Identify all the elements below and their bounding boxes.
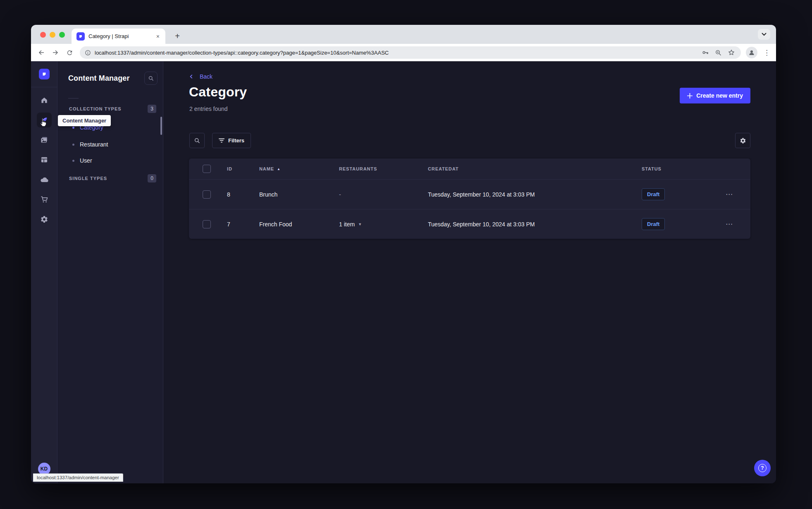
tab-search-chevron-icon[interactable] [758,29,770,40]
filters-button[interactable]: Filters [212,133,251,148]
content-type-builder-icon[interactable] [37,152,52,167]
cell-name: Brunch [259,191,339,198]
create-new-entry-button[interactable]: Create new entry [680,88,750,103]
collection-types-section: COLLECTION TYPES 3 [69,105,156,113]
row-actions-menu-icon[interactable]: ⋯ [722,220,750,228]
back-nav-icon[interactable] [35,46,48,59]
panel-title: Content Manager [68,74,130,83]
back-link[interactable]: Back [189,73,213,80]
browser-toolbar: localhost:1337/admin/content-manager/col… [31,44,776,61]
browser-profile-avatar[interactable] [746,47,757,58]
browser-menu-icon[interactable]: ⋮ [763,48,770,57]
tab-title: Category | Strapi [88,33,151,39]
header-id[interactable]: ID [227,166,259,171]
zoom-page-icon[interactable] [715,49,722,56]
password-key-icon[interactable] [702,49,709,56]
bookmark-star-icon[interactable] [728,49,735,56]
forward-nav-icon[interactable] [49,46,62,59]
browser-tab[interactable]: Category | Strapi × [72,29,165,44]
single-types-section: SINGLE TYPES 0 [69,174,156,182]
help-button[interactable]: ? [754,460,771,476]
strapi-favicon-icon [76,32,85,41]
back-arrow-icon [189,74,196,79]
row-checkbox[interactable] [203,220,211,228]
reload-icon[interactable] [63,46,76,59]
url-text[interactable]: localhost:1337/admin/content-manager/col… [95,50,698,56]
media-library-icon[interactable] [37,132,52,147]
list-actions-row: Filters [189,133,750,148]
table-row[interactable]: 8 Brunch - Tuesday, September 10, 2024 a… [189,179,750,209]
chevron-down-icon: ▼ [358,222,362,226]
header-status[interactable]: STATUS [642,166,722,171]
status-badge: Draft [642,218,665,230]
window-controls [40,32,65,38]
collection-types-label: COLLECTION TYPES [69,106,122,111]
content-manager-panel: Content Manager COLLECTION TYPES 3 Categ… [57,61,163,483]
strapi-app: KD Content Manager COLLECTION TYPES 3 Ca… [31,61,776,483]
plus-icon [687,93,693,98]
status-badge: Draft [642,188,665,200]
sidebar-item-restaurant[interactable]: Restaurant [72,139,108,150]
search-entries-button[interactable] [189,133,205,148]
cell-restaurants: - [339,191,428,198]
entries-table: ID NAME▲ RESTAURANTS CREATEDAT STATUS 8 … [189,158,750,239]
new-tab-button[interactable]: + [172,30,183,42]
deploy-cloud-icon[interactable] [37,172,52,187]
browser-window: Category | Strapi × + localhost:1337/adm… [31,25,776,483]
row-checkbox[interactable] [203,190,211,199]
panel-search-button[interactable] [144,72,158,85]
header-name[interactable]: NAME▲ [259,166,339,171]
marketplace-cart-icon[interactable] [37,192,52,207]
view-settings-button[interactable] [735,133,750,148]
strapi-logo-icon[interactable] [39,69,50,79]
cell-id: 8 [227,191,259,198]
table-header-row: ID NAME▲ RESTAURANTS CREATEDAT STATUS [189,158,750,179]
home-icon[interactable] [37,93,52,108]
url-bar[interactable]: localhost:1337/admin/content-manager/col… [80,46,741,59]
collection-types-count-badge: 3 [148,105,156,113]
single-types-label: SINGLE TYPES [69,176,107,181]
main-content: Back Category 2 entries found Create new… [163,61,776,483]
sidebar-item-user[interactable]: User [72,155,92,166]
close-tab-icon[interactable]: × [155,33,161,40]
cell-name: French Food [259,221,339,228]
page-title: Category [189,84,247,100]
content-manager-tooltip: Content Manager [58,115,111,126]
cell-createdat: Tuesday, September 10, 2024 at 3:03 PM [428,191,642,198]
bullet-icon [72,160,74,162]
entries-count: 2 entries found [189,106,228,112]
bullet-icon [72,144,74,146]
relations-dropdown[interactable]: 1 item ▼ [339,221,428,228]
sort-ascending-icon: ▲ [277,167,281,171]
panel-divider [68,98,79,98]
fullscreen-window-button[interactable] [59,32,65,38]
minimize-window-button[interactable] [50,32,55,38]
close-window-button[interactable] [40,32,46,38]
rail-divider [31,87,57,87]
header-restaurants[interactable]: RESTAURANTS [339,166,428,171]
header-createdat[interactable]: CREATEDAT [428,166,642,171]
question-mark-icon: ? [758,464,767,472]
select-all-checkbox[interactable] [203,165,211,173]
cell-id: 7 [227,221,259,228]
link-status-bar: localhost:1337/admin/content-manager [33,473,123,482]
content-manager-icon[interactable] [37,113,52,127]
single-types-count-badge: 0 [148,174,156,182]
bullet-icon [72,127,74,129]
filter-icon [219,138,224,143]
panel-scrollbar-thumb[interactable] [160,117,162,135]
row-actions-menu-icon[interactable]: ⋯ [722,190,750,199]
settings-gear-icon[interactable] [37,212,52,227]
page-info-icon[interactable] [85,50,91,56]
cell-createdat: Tuesday, September 10, 2024 at 3:03 PM [428,221,642,228]
table-row[interactable]: 7 French Food 1 item ▼ Tuesday, Septembe… [189,209,750,239]
tab-strip: Category | Strapi × + [31,25,776,44]
nav-rail: KD [31,61,57,483]
